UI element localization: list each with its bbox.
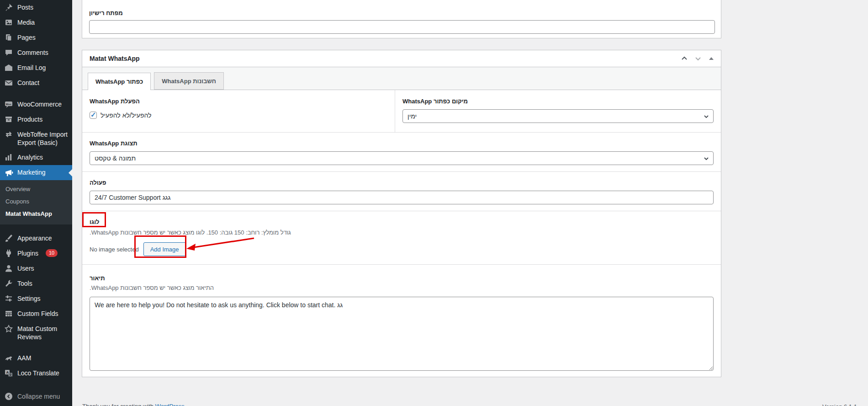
sidebar-item-pages[interactable]: Pages bbox=[0, 30, 72, 45]
selected-option: ימין bbox=[408, 112, 417, 120]
footer-period: . bbox=[185, 403, 186, 406]
chevron-down-icon bbox=[703, 113, 709, 121]
action-field: פעולה bbox=[82, 172, 721, 211]
collapse-menu-row: Collapse menu bbox=[0, 389, 72, 404]
sidebar-item-label: Comments bbox=[17, 48, 48, 57]
enable-whatsapp-checkbox[interactable] bbox=[90, 112, 97, 119]
sidebar-item-aam[interactable]: AAM bbox=[0, 351, 72, 366]
sidebar-item-label: Plugins bbox=[17, 249, 38, 257]
submenu-item-overview[interactable]: Overview bbox=[0, 183, 72, 195]
settings-tab-bar: כפתור WhatsApp חשבונות WhatsApp bbox=[82, 67, 721, 90]
pushpin-icon bbox=[4, 3, 13, 12]
button-position-field: מיקום כפתור WhatsApp ימין bbox=[395, 90, 721, 132]
sidebar-item-label: WooCommerce bbox=[17, 100, 62, 108]
sidebar-item-loco-translate[interactable]: A Loco Translate bbox=[0, 366, 72, 381]
description-label: תיאור bbox=[90, 275, 714, 282]
toggle-panel-icon[interactable] bbox=[708, 55, 715, 62]
sidebar-item-label: AAM bbox=[17, 354, 31, 362]
sidebar-item-users[interactable]: Users bbox=[0, 261, 72, 276]
star-icon bbox=[4, 324, 13, 333]
submenu-item-matat-whatsapp[interactable]: Matat WhatsApp bbox=[0, 208, 72, 220]
comment-bubble-icon bbox=[4, 48, 13, 57]
move-up-icon[interactable] bbox=[681, 55, 688, 62]
sidebar-item-label: Posts bbox=[17, 3, 33, 11]
footer-thanks: Thank you for creating with WordPress. bbox=[82, 403, 186, 406]
wordpress-link[interactable]: WordPress bbox=[155, 403, 185, 406]
tab-whatsapp-accounts[interactable]: חשבונות WhatsApp bbox=[154, 72, 224, 90]
sidebar-item-label: Appearance bbox=[17, 234, 52, 242]
logo-field: לוגו גודל מומלץ: רוחב: 150 גובה: 150. לו… bbox=[82, 211, 721, 265]
sidebar-item-label: Analytics bbox=[17, 153, 43, 161]
sidebar-item-label: Pages bbox=[17, 33, 36, 42]
enable-position-row: הפעלת WhatsApp להפעיל/לא להפעיל מיקום כפ… bbox=[82, 90, 721, 133]
sidebar-item-label: Settings bbox=[17, 294, 41, 303]
action-label: פעולה bbox=[90, 179, 714, 186]
sidebar-item-label: Users bbox=[17, 264, 34, 272]
matat-whatsapp-metabox: Matat WhatsApp כפתור WhatsApp חשבונות Wh… bbox=[82, 50, 721, 377]
plug-icon bbox=[4, 249, 13, 258]
collapse-arrow-icon bbox=[4, 392, 13, 401]
bar-chart-icon bbox=[4, 153, 13, 162]
sidebar-separator bbox=[0, 91, 72, 97]
license-key-input[interactable] bbox=[89, 20, 715, 34]
aam-animal-icon bbox=[4, 353, 13, 363]
button-position-label: מיקום כפתור WhatsApp bbox=[402, 98, 714, 105]
logo-description: גודל מומלץ: רוחב: 150 גובה: 150. לוגו מו… bbox=[90, 229, 714, 236]
sidebar-item-label: Marketing bbox=[17, 168, 45, 176]
collapse-menu-button[interactable]: Collapse menu bbox=[0, 389, 72, 404]
sidebar-item-tools[interactable]: Tools bbox=[0, 276, 72, 291]
open-envelope-icon bbox=[4, 63, 13, 72]
submenu-item-coupons[interactable]: Coupons bbox=[0, 195, 72, 208]
media-icon bbox=[4, 18, 13, 27]
logo-image-row: No image selected Add Image bbox=[90, 242, 714, 256]
footer-thanks-text: Thank you for creating with bbox=[82, 403, 153, 406]
button-position-select[interactable]: ימין bbox=[402, 109, 714, 123]
sidebar-item-matat-custom-reviews[interactable]: Matat Custom Reviews bbox=[0, 321, 72, 344]
selected-option: תמונה & טקסט bbox=[95, 155, 136, 162]
sidebar-item-email-log[interactable]: Email Log bbox=[0, 60, 72, 75]
sidebar-separator bbox=[0, 344, 72, 351]
sidebar-item-woocommerce[interactable]: Woo WooCommerce bbox=[0, 97, 72, 112]
marketing-submenu: Overview Coupons Matat WhatsApp bbox=[0, 180, 72, 224]
description-textarea[interactable]: We are here to help you! Do not hesitate… bbox=[90, 297, 714, 371]
person-icon bbox=[4, 264, 13, 273]
add-image-button[interactable]: Add Image bbox=[143, 242, 186, 256]
admin-sidebar: Posts Media Pages Comments Email Log Con… bbox=[0, 0, 72, 406]
enable-checkbox-row: להפעיל/לא להפעיל bbox=[90, 112, 387, 119]
sidebar-item-label: Contact bbox=[17, 79, 39, 87]
sidebar-item-appearance[interactable]: Appearance bbox=[0, 231, 72, 246]
sidebar-item-products[interactable]: Products bbox=[0, 112, 72, 127]
enable-checkbox-label: להפעיל/לא להפעיל bbox=[101, 112, 152, 119]
sidebar-item-media[interactable]: Media bbox=[0, 15, 72, 30]
sidebar-item-label: Custom Fields bbox=[17, 310, 58, 318]
sidebar-item-settings[interactable]: Settings bbox=[0, 291, 72, 306]
sidebar-separator bbox=[0, 224, 72, 231]
sidebar-item-comments[interactable]: Comments bbox=[0, 45, 72, 60]
sidebar-item-marketing[interactable]: Marketing bbox=[0, 165, 72, 180]
no-image-selected-text: No image selected bbox=[90, 246, 139, 253]
action-text-input[interactable] bbox=[90, 191, 714, 204]
license-key-label: מפתח רישיון bbox=[89, 10, 714, 16]
move-down-icon[interactable] bbox=[694, 55, 702, 62]
sidebar-item-contact[interactable]: Contact bbox=[0, 75, 72, 91]
sidebar-item-label: WebToffee Import Export (Basic) bbox=[17, 130, 69, 147]
metabox-header[interactable]: Matat WhatsApp bbox=[82, 50, 721, 67]
metabox-controls bbox=[681, 55, 715, 62]
whatsapp-display-label: תצוגת WhatsApp bbox=[90, 140, 714, 147]
whatsapp-display-select[interactable]: תמונה & טקסט bbox=[90, 151, 714, 165]
sidebar-item-analytics[interactable]: Analytics bbox=[0, 150, 72, 165]
sidebar-item-label: Email Log bbox=[17, 64, 46, 72]
import-export-arrows-icon bbox=[4, 130, 13, 139]
table-grid-icon bbox=[4, 309, 13, 318]
sidebar-item-custom-fields[interactable]: Custom Fields bbox=[0, 306, 72, 321]
woocommerce-icon: Woo bbox=[4, 100, 13, 109]
description-help-text: התיאור מוצג כאשר יש מספר חשבונות WhatsAp… bbox=[90, 284, 714, 291]
sidebar-item-posts[interactable]: Posts bbox=[0, 0, 72, 15]
tab-whatsapp-button[interactable]: כפתור WhatsApp bbox=[88, 73, 151, 90]
sidebar-item-plugins[interactable]: Plugins 10 bbox=[0, 246, 72, 261]
sidebar-item-label: Matat Custom Reviews bbox=[17, 325, 69, 341]
sidebar-item-webtoffee-import-export[interactable]: WebToffee Import Export (Basic) bbox=[0, 127, 72, 150]
submenu-item-label: Matat WhatsApp bbox=[5, 210, 52, 217]
submenu-item-label: Coupons bbox=[5, 198, 29, 205]
sidebar-item-label: Media bbox=[17, 18, 35, 27]
